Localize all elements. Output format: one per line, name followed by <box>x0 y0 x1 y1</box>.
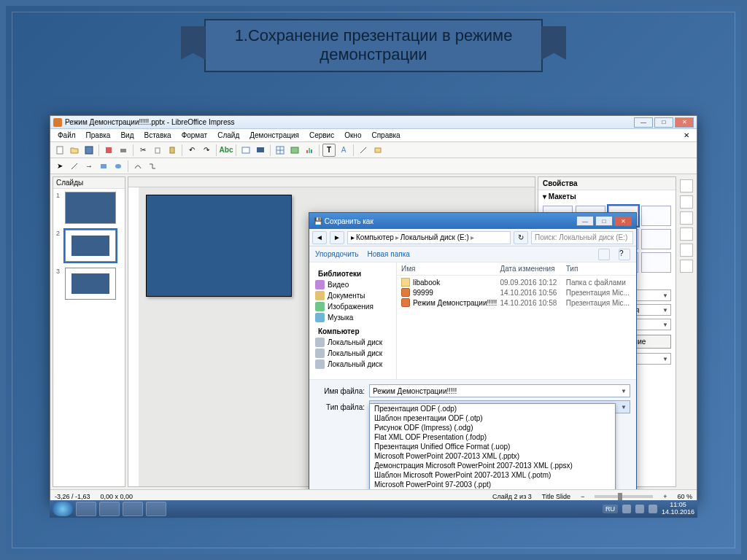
line-icon[interactable] <box>357 144 370 157</box>
breadcrumb[interactable]: ▸ Компьютер ▸ Локальный диск (E:) ▸ <box>347 231 511 244</box>
slide-thumb-2[interactable]: 2 <box>56 230 122 262</box>
sidebar-tab-master[interactable] <box>680 228 693 241</box>
copy-icon[interactable] <box>151 144 164 157</box>
filetype-option[interactable]: Презентация Unified Office Format (.uop) <box>370 442 615 451</box>
select-icon[interactable]: ➤ <box>53 160 66 173</box>
filetype-option[interactable]: Шаблон Microsoft PowerPoint 2007-2013 XM… <box>370 470 615 480</box>
rect-icon[interactable] <box>97 160 110 173</box>
doc-close-icon[interactable]: ✕ <box>679 131 694 140</box>
start-button[interactable] <box>53 502 73 516</box>
menu-view[interactable]: Вид <box>116 131 138 140</box>
tray-icon[interactable] <box>635 505 644 513</box>
zoom-in-icon[interactable]: + <box>663 493 667 500</box>
nav-back-icon[interactable]: ◄ <box>312 231 327 244</box>
layout-item[interactable] <box>641 229 671 249</box>
nav-libraries[interactable]: Библиотеки <box>318 270 361 278</box>
organize-link[interactable]: Упорядочить <box>315 250 359 258</box>
connector-icon[interactable] <box>146 160 159 173</box>
undo-icon[interactable]: ↶ <box>185 144 198 157</box>
tray-icon[interactable] <box>622 505 631 513</box>
menu-insert[interactable]: Вставка <box>139 131 175 140</box>
save-icon[interactable] <box>82 144 96 157</box>
fontwork-icon[interactable]: A <box>337 144 350 157</box>
sidebar-tab-navigator[interactable] <box>680 260 693 273</box>
crumb-computer[interactable]: Компьютер <box>356 233 394 241</box>
view-icon[interactable] <box>598 249 610 260</box>
col-date[interactable]: Дата изменения <box>500 265 565 273</box>
nav-disk-c[interactable]: Локальный диск <box>328 338 382 346</box>
maximize-button[interactable]: □ <box>654 117 673 128</box>
menu-window[interactable]: Окно <box>340 131 365 140</box>
layouts-section[interactable]: Макеты <box>549 192 576 201</box>
sidebar-tab-gallery[interactable] <box>680 244 693 257</box>
paste-icon[interactable] <box>166 144 179 157</box>
dialog-maximize[interactable]: □ <box>595 216 613 226</box>
close-button[interactable]: ✕ <box>675 117 694 128</box>
nav-video[interactable]: Видео <box>328 281 349 289</box>
filetype-option[interactable]: Шаблон презентации ODF (.otp) <box>370 413 615 423</box>
clock[interactable]: 11:0514.10.2016 <box>662 502 694 516</box>
nav-computer[interactable]: Компьютер <box>318 327 360 335</box>
file-row[interactable]: Режим Демонстрации!!!!! 14.10.2016 10:58… <box>397 298 636 308</box>
filetype-option[interactable]: Презентация ODF (.odp) <box>370 404 615 413</box>
filetype-option[interactable]: Рисунок ODF (Impress) (.odg) <box>370 423 615 432</box>
redo-icon[interactable]: ↷ <box>200 144 213 157</box>
filetype-option[interactable]: Flat XML ODF Presentation (.fodp) <box>370 432 615 442</box>
zoom-value[interactable]: 60 % <box>677 493 692 500</box>
menu-edit[interactable]: Правка <box>82 131 115 140</box>
menu-format[interactable]: Формат <box>177 131 212 140</box>
sidebar-tab-transitions[interactable] <box>680 195 693 209</box>
tray-icon[interactable] <box>649 505 657 513</box>
help-icon[interactable]: ? <box>619 249 630 260</box>
column-headers[interactable]: Имя Дата изменения Тип <box>397 262 636 276</box>
dialog-close[interactable]: ✕ <box>614 216 632 226</box>
presentation-icon[interactable] <box>254 144 267 157</box>
curve-icon[interactable] <box>131 160 144 173</box>
open-icon[interactable] <box>68 144 81 157</box>
layout-item[interactable] <box>641 252 671 273</box>
crumb-disk[interactable]: Локальный диск (E:) <box>400 233 469 241</box>
minimize-button[interactable]: — <box>634 117 653 128</box>
nav-images[interactable]: Изображения <box>328 303 374 311</box>
menu-help[interactable]: Справка <box>367 131 404 140</box>
col-type[interactable]: Тип <box>566 265 632 273</box>
search-input[interactable]: Поиск: Локальный диск (E:) <box>531 231 633 244</box>
slide-thumb-1[interactable]: 1 <box>56 192 122 224</box>
export-icon[interactable] <box>102 144 115 157</box>
dialog-minimize[interactable]: — <box>576 216 594 226</box>
newfolder-link[interactable]: Новая папка <box>368 250 410 258</box>
slide-thumb-3[interactable]: 3 <box>56 268 122 300</box>
col-name[interactable]: Имя <box>401 265 500 273</box>
image-icon[interactable] <box>288 144 301 157</box>
menu-slide[interactable]: Слайд <box>213 131 244 140</box>
print-icon[interactable] <box>117 144 130 157</box>
arrow-icon[interactable]: → <box>82 160 96 173</box>
nav-disk-d[interactable]: Локальный диск <box>328 349 382 357</box>
line2-icon[interactable] <box>68 160 81 173</box>
filetype-option[interactable]: Microsoft PowerPoint 2007-2013 XML (.ppt… <box>370 451 615 461</box>
nav-fwd-icon[interactable]: ► <box>330 231 344 244</box>
chart-icon[interactable] <box>303 144 316 157</box>
file-row[interactable]: libabook 09.09.2016 10:12Папка с файлами <box>397 277 636 287</box>
ellipse-icon[interactable] <box>112 160 125 173</box>
file-row[interactable]: 99999 14.10.2016 10:56Презентация Mic... <box>397 287 636 298</box>
textbox-icon[interactable]: T <box>322 144 336 157</box>
impress-task-icon[interactable] <box>146 502 166 516</box>
filename-input[interactable]: Режим Демонстрации!!!!!▼ <box>369 384 630 397</box>
spellcheck-icon[interactable]: Abc <box>220 144 233 157</box>
explorer-icon[interactable] <box>76 502 96 516</box>
sidebar-tab-properties[interactable] <box>680 179 693 192</box>
menu-demo[interactable]: Демонстрация <box>245 131 303 140</box>
cut-icon[interactable]: ✂ <box>136 144 150 157</box>
chrome-icon[interactable] <box>99 502 120 516</box>
refresh-icon[interactable]: ↻ <box>514 231 528 244</box>
menu-file[interactable]: Файл <box>53 131 80 140</box>
table-icon[interactable] <box>274 144 287 157</box>
new-icon[interactable] <box>53 144 66 157</box>
layout-item[interactable] <box>641 206 671 226</box>
zoom-slider[interactable] <box>595 495 653 498</box>
filetype-option[interactable]: Microsoft PowerPoint 97-2003 (.ppt) <box>370 480 615 489</box>
nav-documents[interactable]: Документы <box>328 292 365 300</box>
language-indicator[interactable]: RU <box>603 505 618 513</box>
slide-icon[interactable] <box>239 144 252 157</box>
